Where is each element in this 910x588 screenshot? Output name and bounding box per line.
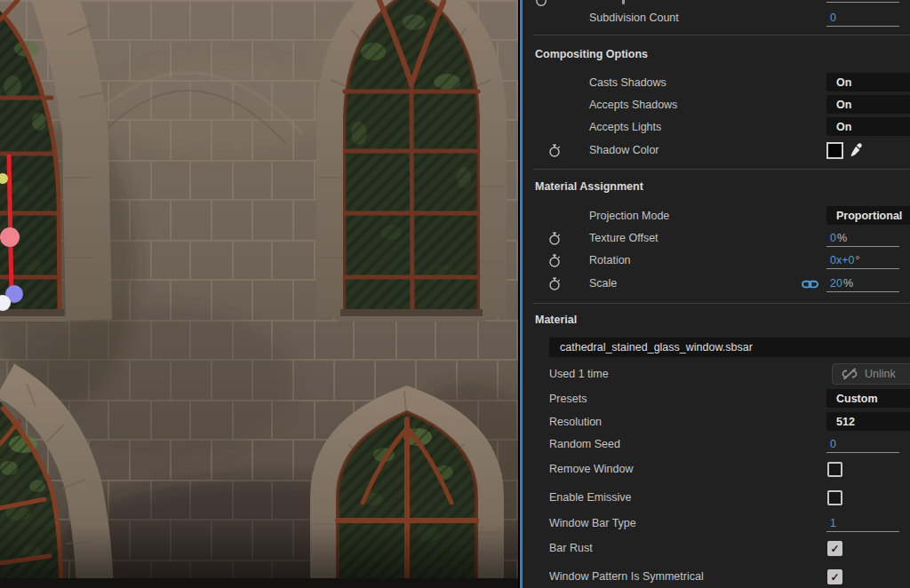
eyedropper-icon[interactable] [849,142,864,157]
scale-value[interactable]: 20% [826,274,899,292]
stopwatch-icon[interactable] [547,143,562,158]
shadow-color-label: Shadow Color [589,144,659,156]
stained-glass-window-top-right [318,0,505,319]
stopwatch-icon[interactable] [547,276,562,291]
row-window-pattern-symmetrical: Window Pattern Is Symmetrical [523,567,910,586]
cathedral-wall-render [0,0,520,588]
viewport-3d-scene[interactable] [0,0,520,588]
row-resolution: Resolution 512 [523,412,910,432]
bar-rust-checkbox[interactable] [827,541,842,556]
unlink-button-label: Unlink [865,368,896,380]
projection-mode-label: Projection Mode [589,210,669,222]
section-divider [533,303,910,304]
scale-label: Scale [589,277,617,290]
bar-rust-label: Bar Rust [549,542,593,554]
wall-bottom-shadow [0,524,520,579]
section-compositing-options: Compositing Options [523,44,910,64]
row-casts-shadows: Casts Shadows On [523,73,910,92]
clipped-row-fragment [622,0,625,4]
row-shadow-color: Shadow Color [523,140,910,160]
texture-offset-value[interactable]: 0% [826,228,899,247]
window-bar-type-value[interactable]: 1 [826,513,899,532]
row-accepts-lights: Accepts Lights On [523,117,910,137]
random-seed-label: Random Seed [549,438,620,450]
link-dimensions-icon[interactable] [802,279,818,290]
row-enable-emissive: Enable Emissive [523,488,910,507]
stopwatch-icon[interactable] [547,231,562,246]
resolution-label: Resolution [549,416,602,428]
random-seed-value[interactable]: 0 [826,434,899,453]
accepts-lights-label: Accepts Lights [589,121,661,133]
rotation-label: Rotation [589,254,631,266]
unlink-icon [841,368,858,380]
properties-panel: Subdivision Count 0 Compositing Options … [520,0,910,588]
stopwatch-icon[interactable] [547,253,562,268]
material-usage-label: Used 1 time [549,368,609,380]
stopwatch-icon[interactable] [534,0,548,7]
material-title: Material [535,314,577,326]
row-subdivision-count: Subdivision Count 0 [523,8,910,28]
casts-shadows-dropdown[interactable]: On [826,73,910,91]
texture-offset-label: Texture Offset [589,232,659,244]
unlink-button[interactable]: Unlink [832,363,910,385]
rotation-value[interactable]: 0x+0° [826,250,899,269]
resolution-dropdown[interactable]: 512 [826,412,910,431]
accepts-lights-dropdown[interactable]: On [826,117,910,136]
compositing-options-title: Compositing Options [535,48,648,60]
application-window: Subdivision Count 0 Compositing Options … [0,0,910,588]
subdivision-count-value[interactable]: 0 [826,8,899,27]
row-presets: Presets Custom [523,389,910,409]
window-bar-type-label: Window Bar Type [549,517,636,529]
material-file-name: cathedral_stained_glass_window.sbsar [560,341,753,354]
window-pattern-symmetrical-label: Window Pattern Is Symmetrical [549,570,704,583]
row-scale: Scale 20% [523,274,910,293]
viewport-bottom-strip [0,578,520,588]
row-rotation: Rotation 0x+0° [523,250,910,270]
material-file-field[interactable]: cathedral_stained_glass_window.sbsar [549,338,910,357]
subdivision-count-label: Subdivision Count [589,12,679,24]
row-remove-window: Remove Window [523,459,910,479]
remove-window-label: Remove Window [549,463,633,475]
enable-emissive-checkbox[interactable] [827,490,842,505]
clipped-value-underline [826,2,899,3]
casts-shadows-label: Casts Shadows [589,76,667,89]
remove-window-checkbox[interactable] [827,462,842,477]
section-divider [533,169,910,170]
row-random-seed: Random Seed 0 [523,434,910,454]
row-texture-offset: Texture Offset 0% [523,228,910,248]
shadow-color-swatch[interactable] [826,142,843,159]
accepts-shadows-label: Accepts Shadows [589,99,677,111]
row-accepts-shadows: Accepts Shadows On [523,95,910,115]
enable-emissive-label: Enable Emissive [549,491,631,504]
accepts-shadows-dropdown[interactable]: On [826,95,910,114]
presets-dropdown[interactable]: Custom [826,389,910,408]
row-projection-mode: Projection Mode Proportional [523,206,910,226]
section-material-assignment: Material Assignment [523,177,910,196]
projection-mode-dropdown[interactable]: Proportional [826,206,910,225]
window-pattern-symmetrical-checkbox[interactable] [827,569,842,584]
material-assignment-title: Material Assignment [535,180,643,193]
row-window-bar-type: Window Bar Type 1 [523,513,910,533]
section-divider [533,35,910,36]
section-material: Material [523,310,910,330]
row-bar-rust: Bar Rust [523,538,910,558]
presets-label: Presets [549,393,587,405]
stained-glass-window-top-left [0,0,103,320]
